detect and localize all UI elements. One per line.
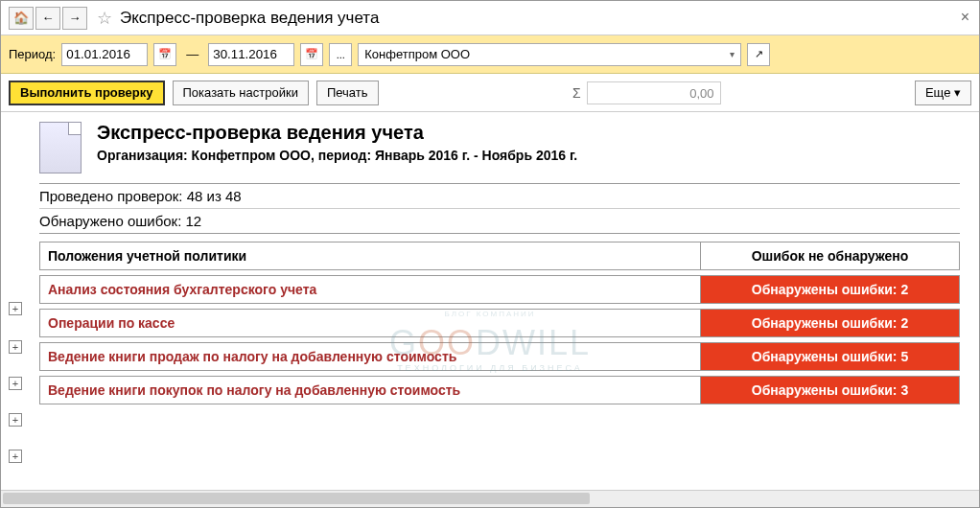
errors-found-text: Обнаружено ошибок: 12 — [39, 208, 960, 233]
status-badge: Обнаружены ошибки: 3 — [701, 377, 960, 404]
section-link[interactable]: Ведение книги покупок по налогу на добав… — [48, 382, 460, 398]
date-to-input[interactable] — [208, 43, 294, 66]
date-from-picker-icon[interactable]: 📅 — [153, 43, 176, 66]
date-to-picker-icon[interactable]: 📅 — [300, 43, 323, 66]
titlebar: 🏠 ← → ☆ Экспресс-проверка ведения учета … — [1, 1, 979, 35]
section-link[interactable]: Анализ состояния бухгалтерского учета — [48, 282, 316, 297]
home-button[interactable]: 🏠 — [9, 7, 34, 30]
toolbar: Выполнить проверку Показать настройки Пе… — [1, 74, 979, 112]
period-label: Период: — [9, 47, 56, 61]
checks-done-text: Проведено проверок: 48 из 48 — [39, 184, 960, 208]
run-check-button[interactable]: Выполнить проверку — [9, 81, 165, 105]
report-icon — [39, 122, 82, 173]
window-title: Экспресс-проверка ведения учета — [120, 9, 379, 28]
period-ellipsis-button[interactable]: ... — [329, 43, 352, 66]
forward-button[interactable]: → — [62, 7, 87, 30]
status-badge: Обнаружены ошибки: 2 — [701, 276, 960, 304]
table-row: Анализ состояния бухгалтерского учета Об… — [40, 276, 960, 304]
close-button[interactable]: × — [961, 9, 969, 26]
report-title: Экспресс-проверка ведения учета — [97, 122, 577, 144]
expand-row-4[interactable]: + — [9, 450, 22, 463]
table-row: Ведение книги покупок по налогу на добав… — [40, 377, 960, 404]
table-row: Ведение книги продаж по налогу на добавл… — [40, 343, 960, 371]
table-row: Операции по кассе Обнаружены ошибки: 2 — [40, 310, 960, 337]
back-button[interactable]: ← — [35, 7, 60, 30]
date-from-input[interactable] — [61, 43, 148, 66]
expand-row-2[interactable]: + — [9, 377, 22, 390]
favorite-icon[interactable]: ☆ — [97, 8, 112, 29]
report-subtitle: Организация: Конфетпром ООО, период: Янв… — [97, 148, 577, 163]
status-badge: Обнаружены ошибки: 5 — [701, 343, 960, 371]
scrollbar-thumb[interactable] — [3, 493, 590, 504]
app-window: 🏠 ← → ☆ Экспресс-проверка ведения учета … — [0, 0, 980, 508]
expand-column: + + + + + — [9, 302, 22, 463]
dropdown-arrow-icon: ▾ — [730, 49, 735, 59]
results-table: Положения учетной политики Ошибок не обн… — [39, 242, 960, 404]
sum-field[interactable]: 0,00 — [587, 81, 721, 104]
organization-value: Конфетпром ООО — [364, 47, 470, 61]
horizontal-scrollbar[interactable] — [1, 490, 979, 507]
sigma-icon: Σ — [572, 85, 581, 101]
expand-row-1[interactable]: + — [9, 340, 22, 354]
sum-box: Σ 0,00 — [572, 81, 721, 104]
section-link[interactable]: Операции по кассе — [48, 315, 175, 331]
show-settings-button[interactable]: Показать настройки — [173, 81, 309, 105]
col-status-header: Ошибок не обнаружено — [701, 242, 960, 270]
expand-row-0[interactable]: + — [9, 302, 22, 315]
report-content: БЛОГ КОМПАНИИ GOODWILL ТЕХНОЛОГИИ ДЛЯ БИ… — [1, 112, 979, 490]
organization-select[interactable]: Конфетпром ООО ▾ — [358, 43, 741, 66]
report-summary: Проведено проверок: 48 из 48 Обнаружено … — [39, 183, 960, 234]
date-dash: — — [182, 47, 202, 61]
expand-row-3[interactable]: + — [9, 413, 22, 427]
period-bar: Период: 📅 — 📅 ... Конфетпром ООО ▾ ↗ — [1, 35, 979, 74]
status-badge: Обнаружены ошибки: 2 — [701, 310, 960, 337]
more-button[interactable]: Еще ▾ — [915, 81, 971, 105]
col-section-header: Положения учетной политики — [40, 242, 701, 270]
section-link[interactable]: Ведение книги продаж по налогу на добавл… — [48, 349, 456, 364]
print-button[interactable]: Печать — [316, 81, 379, 105]
org-open-button[interactable]: ↗ — [747, 43, 770, 66]
